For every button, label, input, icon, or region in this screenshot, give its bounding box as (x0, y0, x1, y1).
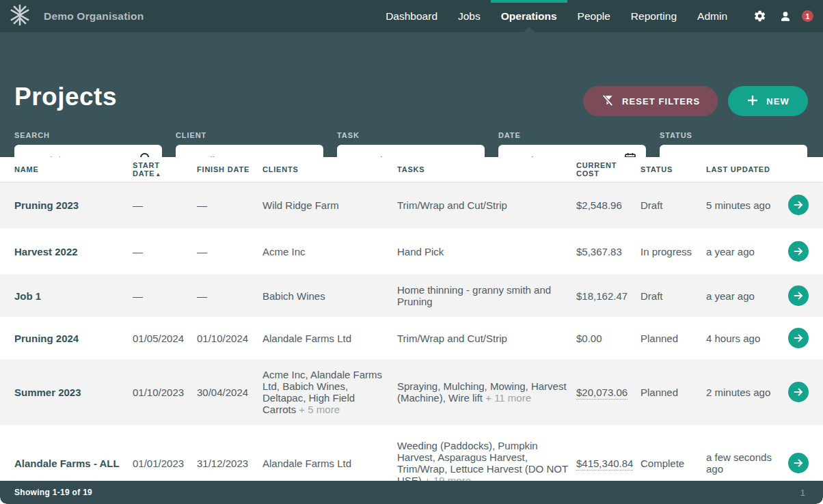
new-project-button[interactable]: NEW (728, 86, 808, 116)
row-action (788, 195, 809, 215)
start-date: 01/05/2024 (133, 333, 197, 344)
last-updated: a few seconds ago (706, 451, 788, 475)
reset-filters-button[interactable]: RESET FILTERS (583, 86, 718, 116)
project-name: Harvest 2022 (14, 246, 133, 257)
nav-item-people[interactable]: People (567, 0, 621, 32)
row-action (788, 241, 809, 262)
brand-home-link[interactable]: Demo Organisation (8, 0, 144, 32)
last-updated: 4 hours ago (706, 333, 788, 344)
row-action (788, 328, 809, 348)
page-header-section: Projects RESET FILTERS NEW (0, 32, 823, 157)
column-header-status[interactable]: STATUS (640, 165, 706, 173)
current-cost: $2,548.96 (576, 199, 640, 211)
finish-date: — (197, 246, 262, 257)
row-action (788, 285, 809, 306)
column-header-last-updated[interactable]: LAST UPDATED (706, 165, 788, 173)
current-cost: $18,162.47 (576, 290, 640, 302)
tasks-more: + 11 more (485, 392, 531, 404)
open-project-arrow-button[interactable] (788, 241, 809, 262)
start-date: — (133, 246, 197, 257)
project-name: Pruning 2023 (14, 199, 133, 211)
tasks: Home thinning - granny smith and Pruning (397, 284, 576, 307)
status: Planned (640, 387, 706, 398)
table-body: Pruning 2023 — — Wild Ridge Farm Trim/Wr… (0, 182, 823, 501)
clients: Alandale Farms Ltd (262, 333, 397, 344)
table-row[interactable]: Harvest 2022 — — Acme Inc Hand Pick $5,3… (0, 228, 823, 275)
start-date: 01/10/2023 (133, 387, 197, 398)
status: Complete (640, 458, 706, 469)
date-filter-label: DATE (498, 131, 646, 139)
clients: Wild Ridge Farm (262, 199, 397, 211)
tasks: Hand Pick (397, 246, 576, 257)
finish-date: 01/10/2024 (197, 333, 262, 344)
column-header-finish-date[interactable]: FINISH DATE (197, 165, 262, 173)
tasks: Trim/Wrap and Cut/Strip (397, 199, 576, 211)
nav-item-jobs[interactable]: Jobs (448, 0, 491, 32)
search-filter-label: SEARCH (14, 131, 162, 139)
column-header-name[interactable]: NAME (14, 165, 133, 173)
header-actions: RESET FILTERS NEW (583, 86, 808, 116)
notification-badge[interactable]: 1 (802, 10, 813, 22)
clients-more: + 5 more (299, 404, 340, 415)
projects-table: NAME START DATE▲ FINISH DATE CLIENTS TAS… (0, 157, 823, 501)
finish-date: — (197, 290, 262, 302)
navbar-actions: 1 (738, 0, 823, 32)
open-project-arrow-button[interactable] (788, 285, 809, 306)
open-project-arrow-button[interactable] (788, 195, 809, 215)
top-navbar: Demo Organisation Dashboard Jobs Operati… (0, 0, 823, 32)
client-filter-label: CLIENT (176, 131, 323, 139)
finish-date: — (197, 199, 262, 211)
project-name: Job 1 (14, 290, 133, 302)
clients: Acme Inc (262, 246, 397, 257)
last-updated: a year ago (706, 290, 788, 302)
open-project-arrow-button[interactable] (788, 328, 809, 348)
nav-item-admin[interactable]: Admin (687, 0, 738, 32)
project-name: Pruning 2024 (14, 333, 133, 344)
finish-date: 30/04/2024 (197, 387, 262, 398)
start-date: 01/01/2023 (133, 458, 197, 469)
clients: Alandale Farms Ltd (262, 458, 397, 469)
column-header-start-date[interactable]: START DATE▲ (133, 161, 197, 178)
status-filter-label: STATUS (660, 131, 807, 139)
task-filter-label: TASK (337, 131, 485, 139)
user-account-icon[interactable] (776, 7, 795, 26)
clients: Acme Inc, Alandale Farms Ltd, Babich Win… (262, 369, 397, 415)
column-header-current-cost[interactable]: CURRENT COST (576, 161, 640, 178)
filter-off-icon (601, 94, 615, 109)
current-cost: $415,340.84 (576, 458, 640, 469)
settings-gear-icon[interactable] (750, 7, 769, 26)
page-number[interactable]: 1 (800, 488, 805, 498)
plus-icon (746, 94, 759, 109)
project-name: Alandale Farms - ALL (14, 458, 133, 469)
nav-item-dashboard[interactable]: Dashboard (375, 0, 448, 32)
clients: Babich Wines (262, 290, 397, 302)
table-row[interactable]: Pruning 2024 01/05/2024 01/10/2024 Aland… (0, 317, 823, 359)
app-window: Demo Organisation Dashboard Jobs Operati… (0, 0, 823, 504)
pagination-footer: Showing 1-19 of 19 1 (0, 481, 823, 504)
last-updated: 5 minutes ago (706, 199, 788, 211)
table-row[interactable]: Job 1 — — Babich Wines Home thinning - g… (0, 275, 823, 317)
status: Draft (640, 199, 706, 211)
tasks: Spraying, Mulching, Mowing, Harvest (Mac… (397, 380, 576, 404)
last-updated: a year ago (706, 246, 788, 257)
tasks: Weeding (Paddocks), Pumpkin Harvest, Asp… (397, 440, 576, 486)
table-row[interactable]: Summer 2023 01/10/2023 30/04/2024 Acme I… (0, 359, 823, 425)
open-project-arrow-button[interactable] (788, 382, 809, 402)
table-row[interactable]: Pruning 2023 — — Wild Ridge Farm Trim/Wr… (0, 182, 823, 228)
current-cost: $0.00 (576, 333, 640, 344)
start-date: — (133, 290, 197, 302)
column-header-clients[interactable]: CLIENTS (262, 165, 397, 173)
status: In progress (640, 246, 706, 257)
open-project-arrow-button[interactable] (788, 453, 809, 473)
status: Planned (640, 333, 706, 344)
nav-item-reporting[interactable]: Reporting (621, 0, 687, 32)
row-action (788, 382, 809, 402)
current-cost: $20,073.06 (576, 387, 640, 398)
finish-date: 31/12/2023 (197, 458, 262, 469)
nav-item-operations[interactable]: Operations (491, 0, 567, 32)
sort-ascending-icon: ▲ (155, 171, 161, 178)
row-action (788, 453, 809, 473)
logo-snowflake-icon (8, 3, 31, 29)
last-updated: 2 minutes ago (706, 387, 788, 398)
column-header-tasks[interactable]: TASKS (397, 165, 576, 173)
